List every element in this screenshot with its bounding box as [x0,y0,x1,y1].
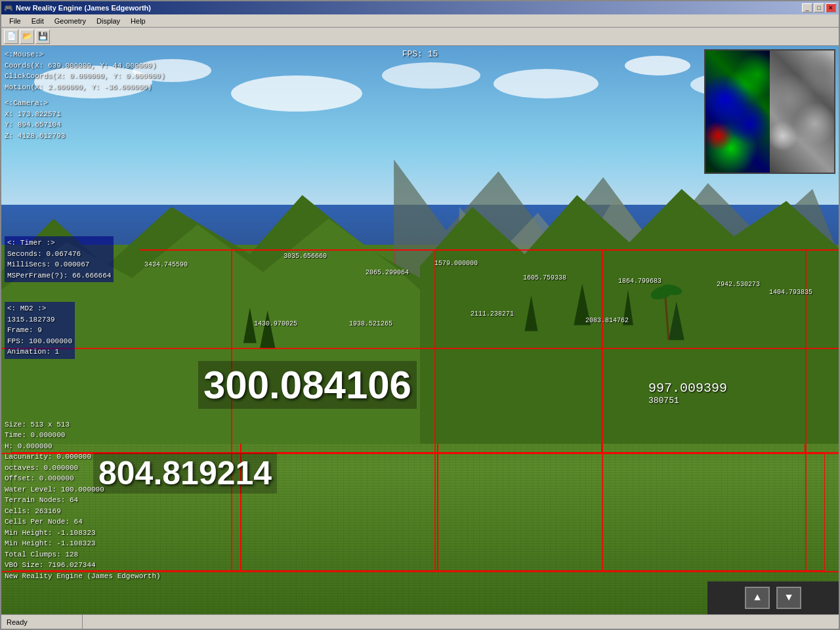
hud-md2-val: 1315.182739 [7,314,72,326]
hud-camera-y: Y: 894.657104 [5,119,165,131]
scroll-down-button[interactable]: ▼ [776,587,801,609]
scroll-up-button[interactable]: ▲ [745,587,770,609]
wireframe-vline-2 [602,249,603,571]
hud-offset: Offset: 0.000000 [5,473,161,484]
coord-label-4: 2083.814762 [585,317,629,324]
main-window: 🎮 New Reality Engine (James Edgeworth) _… [0,0,840,630]
wireframe-vline-1 [434,249,436,571]
hud-seconds: Seconds: 0.067476 [7,249,111,260]
scroll-area: ▲ ▼ [707,581,839,614]
hud-animation: Animation: 1 [7,346,72,358]
mini-map [704,49,835,174]
menu-file[interactable]: File [4,14,26,27]
coord-label-10: 2942.530273 [717,281,760,288]
hud-camera-z: Z: 4128.612793 [5,131,165,142]
maximize-button[interactable]: □ [814,3,824,12]
open-button[interactable]: 📂 [20,30,34,44]
menu-bar: File Edit Geometry Display Help [1,14,839,28]
coord-label-3: 2111.238271 [471,310,514,318]
coord-label-6: 1938.521265 [349,320,392,327]
hud-mouse-header: <:Mouse:> [5,49,165,60]
hud-camera-x: X: 173.822571 [5,109,165,120]
hud-timer: <: Timer :> Seconds: 0.067476 MilliSecs:… [5,236,114,282]
hud-frame: Frame: 9 [7,325,72,336]
coord-label-2: 1579.000000 [434,260,478,267]
wireframe-box-23 [438,453,825,571]
minimize-button[interactable]: _ [802,3,812,12]
viewport[interactable]: <:Mouse:> Coords(X: 639.000000, Y: 44.00… [1,46,839,614]
hud-vbo-size: VBO Size: 7196.027344 [5,560,161,571]
hud-water-level: Water Level: 100.000000 [5,484,161,495]
status-text: Ready [7,618,28,626]
mid-number: 997.009399 380751 1365.507060 [648,381,727,406]
title-bar: 🎮 New Reality Engine (James Edgeworth) _… [1,1,839,14]
new-button[interactable]: 📄 [4,30,18,44]
big-number-1: 300.084106 [198,361,417,409]
coord-label-8: 1864.799683 [618,278,662,285]
save-button[interactable]: 💾 [35,30,50,44]
title-text: 🎮 New Reality Engine (James Edgeworth) [4,4,151,12]
hud-time: Time: 0.000000 [5,430,161,441]
wireframe-hline-1 [1,348,839,349]
coord-label-1: 2065.299064 [366,269,409,276]
coord-label-0: 3035.656660 [284,253,327,260]
coord-label-9: 1605.759338 [523,274,566,282]
hud-mouse-camera: <:Mouse:> Coords(X: 639.000000, Y: 44.00… [5,49,165,141]
hud-total-clumps: Total Clumps: 128 [5,549,161,560]
menu-help[interactable]: Help [125,14,151,27]
wireframe-hline-top [139,249,839,251]
hud-md2-header: <: MD2 :> [7,303,72,314]
main-content: <:Mouse:> Coords(X: 639.000000, Y: 44.00… [1,46,839,629]
mini-map-color [705,51,770,173]
hud-h: H: 0.000000 [5,441,161,452]
mini-map-gray [770,51,834,173]
status-panel: Ready [4,615,83,629]
hud-timer-header: <: Timer :> [7,238,111,249]
wireframe-vline-4 [231,249,232,571]
hud-msperframe: MSPerFrame(?): 66.666664 [7,270,111,282]
hud-millisecs: MilliSecs: 0.000067 [7,259,111,270]
menu-geometry[interactable]: Geometry [49,14,91,27]
menu-display[interactable]: Display [91,14,125,27]
wireframe-vline-3 [805,249,807,571]
hud-cells-per-node: Cells Per Node: 64 [5,516,161,528]
hud-cells: Cells: 263169 [5,506,161,517]
hud-lacunarity: Lacunarity: 0.000000 [5,452,161,463]
hud-octaves: octaves: 0.000000 [5,463,161,474]
coord-label-7: 3434.745590 [144,261,188,268]
hud-md2-fps: FPS: 100.000000 [7,336,72,347]
hud-coords: Coords(X: 639.000000, Y: 44.000000) [5,60,165,72]
hud-app-title: New Reality Engine (James Edgeworth) [5,571,161,582]
app-icon: 🎮 [4,4,13,12]
hud-min-height: Min Height: -1.108323 [5,528,161,539]
coord-label-11: 1404.793835 [769,289,812,296]
status-bar: Ready [1,614,839,629]
hud-max-height: Min Height: -1.108323 [5,538,161,549]
menu-edit[interactable]: Edit [26,14,49,27]
hud-md2: <: MD2 :> 1315.182739 Frame: 9 FPS: 100.… [5,302,75,359]
hud-terrain-nodes: Terrain Nodes: 64 [5,495,161,506]
hud-terrain-info: Size: 513 x 513 Time: 0.000000 H: 0.0000… [5,419,161,582]
window-controls: _ □ ✕ [802,3,836,12]
hud-camera-header: <:Camera:> [5,98,165,109]
hud-motion: Motion(X: 2.000000, Y: -36.000000) [5,82,165,93]
hud-size: Size: 513 x 513 [5,419,161,430]
hud-click-coords: ClickCoords(X: 0.000000, Y: 0.000000) [5,71,165,82]
coord-label-5: 1430.970025 [254,320,297,327]
toolbar: 📄 📂 💾 [1,28,839,46]
close-button[interactable]: ✕ [826,3,836,12]
hud-fps: FPS: 15 [402,49,438,59]
